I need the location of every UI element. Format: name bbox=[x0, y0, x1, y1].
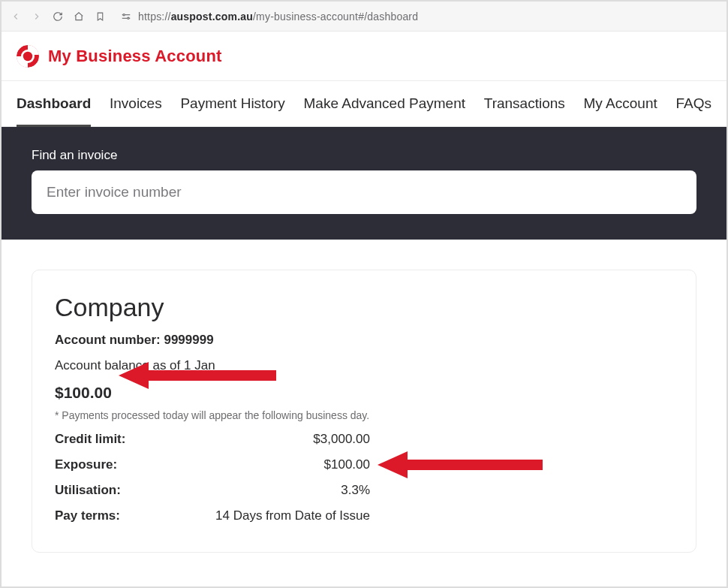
address-bar[interactable]: https://auspost.com.au/my-business-accou… bbox=[114, 11, 719, 23]
account-number-value: 9999999 bbox=[164, 333, 213, 347]
main-content: Company Account number: 9999999 Account … bbox=[2, 240, 726, 569]
annotation-arrow-balance-icon bbox=[119, 362, 276, 389]
home-icon[interactable] bbox=[72, 10, 86, 23]
tab-my-account[interactable]: My Account bbox=[584, 82, 657, 125]
pay-terms-value: 14 Days from Date of Issue bbox=[215, 508, 370, 523]
app-frame: https://auspost.com.au/my-business-accou… bbox=[0, 0, 728, 588]
tab-invoices[interactable]: Invoices bbox=[110, 82, 162, 125]
primary-tabs: Dashboard Invoices Payment History Make … bbox=[2, 80, 726, 127]
site-settings-icon[interactable] bbox=[120, 11, 132, 23]
tab-faqs[interactable]: FAQs bbox=[675, 82, 711, 125]
processing-note: * Payments processed today will appear t… bbox=[55, 409, 673, 421]
exposure-value: $100.00 bbox=[324, 457, 370, 472]
company-heading: Company bbox=[55, 293, 673, 322]
tab-payment-history[interactable]: Payment History bbox=[180, 82, 284, 125]
svg-marker-13 bbox=[378, 451, 543, 478]
bookmark-icon[interactable] bbox=[93, 10, 107, 23]
company-card: Company Account number: 9999999 Account … bbox=[32, 270, 696, 553]
utilisation-value: 3.3% bbox=[341, 483, 370, 498]
auspost-logo-icon bbox=[17, 45, 39, 68]
pay-terms-row: Pay terms: 14 Days from Date of Issue bbox=[55, 508, 370, 523]
url-text: https://auspost.com.au/my-business-accou… bbox=[138, 11, 418, 23]
tab-transactions[interactable]: Transactions bbox=[484, 82, 565, 125]
utilisation-row: Utilisation: 3.3% bbox=[55, 483, 370, 498]
invoice-search-label: Find an invoice bbox=[32, 148, 696, 163]
exposure-label: Exposure: bbox=[55, 457, 117, 472]
url-path: /my-business-account#/dashboard bbox=[253, 11, 418, 23]
back-icon[interactable] bbox=[9, 10, 23, 23]
brand-title: My Business Account bbox=[48, 47, 222, 66]
credit-limit-row: Credit limit: $3,000.00 bbox=[55, 432, 370, 447]
credit-limit-value: $3,000.00 bbox=[313, 432, 370, 447]
invoice-search-hero: Find an invoice bbox=[2, 127, 726, 240]
svg-marker-12 bbox=[119, 362, 276, 389]
account-number-label: Account number: bbox=[55, 333, 164, 347]
svg-point-3 bbox=[128, 17, 129, 19]
svg-point-0 bbox=[123, 14, 125, 15]
annotation-arrow-utilisation-icon bbox=[378, 451, 543, 478]
pay-terms-label: Pay terms: bbox=[55, 508, 120, 523]
exposure-row: Exposure: $100.00 bbox=[55, 457, 370, 472]
brand-header: My Business Account bbox=[2, 32, 726, 80]
credit-limit-label: Credit limit: bbox=[55, 432, 125, 447]
svg-point-11 bbox=[23, 51, 32, 60]
forward-icon[interactable] bbox=[30, 10, 44, 23]
url-prefix: https:// bbox=[138, 11, 171, 23]
account-number-row: Account number: 9999999 bbox=[55, 333, 673, 348]
tab-make-advanced-payment[interactable]: Make Advanced Payment bbox=[304, 82, 465, 125]
reload-icon[interactable] bbox=[51, 10, 65, 23]
invoice-number-input[interactable] bbox=[32, 170, 696, 214]
url-host: auspost.com.au bbox=[171, 11, 253, 23]
browser-chrome: https://auspost.com.au/my-business-accou… bbox=[2, 2, 726, 32]
utilisation-label: Utilisation: bbox=[55, 483, 121, 498]
tab-dashboard[interactable]: Dashboard bbox=[17, 82, 91, 125]
